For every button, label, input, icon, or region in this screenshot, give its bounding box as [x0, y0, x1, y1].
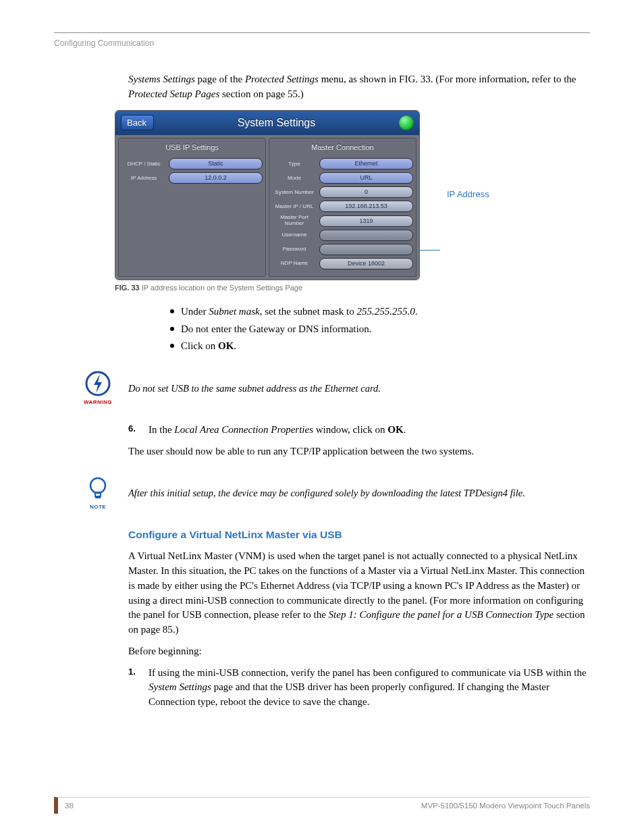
usb-col-head: USB IP Settings — [120, 141, 264, 157]
step6-c: . — [404, 424, 406, 435]
bullet-0-b: , set the subnet mask to — [260, 306, 357, 317]
intro-text-1: page of the — [195, 74, 245, 84]
type-label: Type — [272, 161, 317, 167]
step6-i: Local Area Connection Properties — [174, 424, 313, 435]
warning-badge: WARNING — [81, 370, 115, 407]
sysnum-value[interactable]: 0 — [319, 186, 413, 198]
ndp-label: NDP Name — [272, 261, 317, 267]
status-led-icon — [399, 115, 414, 130]
mode-label: Mode — [272, 176, 317, 182]
masterip-label: Master IP / URL — [272, 204, 317, 210]
panel-title-bar: Back System Settings — [115, 111, 419, 135]
vnm-heading: Configure a Virtual NetLinx Master via U… — [128, 527, 590, 542]
masterport-value[interactable]: 1319 — [319, 215, 413, 227]
system-settings-panel: Back System Settings USB IP Settings DHC… — [115, 110, 420, 281]
panel-title: System Settings — [154, 115, 399, 130]
footer-doc-title: MVP-5100/5150 Modero Viewpoint Touch Pan… — [421, 802, 590, 810]
callout-line-icon — [420, 250, 440, 251]
username-label: Username — [272, 232, 317, 238]
bullet-2-b: OK — [218, 340, 234, 351]
page-number: 38 — [65, 802, 74, 810]
mode-value[interactable]: URL — [319, 172, 413, 184]
bullet-2-a: Click on — [181, 340, 218, 351]
bullet-0-c: . — [415, 306, 418, 317]
note-badge: NOTE — [81, 475, 115, 511]
type-value[interactable]: Ethernet — [319, 158, 413, 170]
step6-bold: OK — [387, 424, 403, 435]
lightning-icon — [84, 370, 111, 397]
figure-caption: FIG. 33 IP address location on the Syste… — [115, 283, 590, 294]
bullet-2-c: . — [234, 340, 236, 351]
step-6-number: 6. — [128, 423, 140, 438]
bullet-0-i: Subnet mask — [209, 306, 259, 317]
intro-paragraph: Systems Settings page of the Protected S… — [128, 72, 590, 102]
after-step6-para: The user should now be able to run any T… — [128, 444, 590, 459]
note-label: NOTE — [81, 503, 115, 511]
ip-address-callout: IP Address — [447, 188, 489, 201]
dhcp-value[interactable]: Static — [169, 158, 263, 170]
figure-caption-text: IP address location on the System Settin… — [140, 284, 302, 292]
note-text: After this initial setup, the device may… — [128, 486, 525, 500]
dhcp-row: DHCP / Static Static — [120, 157, 264, 171]
bullet-0-a: Under — [181, 306, 209, 317]
vnm-i: Step 1: Configure the panel for a USB Co… — [329, 609, 554, 620]
usb-ip-settings-column: USB IP Settings DHCP / Static Static IP … — [118, 138, 266, 278]
bullet-icon — [170, 309, 174, 313]
sysnum-label: System Number — [272, 190, 317, 196]
password-value[interactable] — [319, 244, 413, 255]
step-6: 6. In the Local Area Connection Properti… — [128, 423, 590, 438]
svg-point-1 — [90, 478, 105, 493]
masterip-value[interactable]: 192.168.213.53 — [319, 201, 413, 212]
before-beginning: Before beginning: — [128, 644, 590, 659]
bullet-gateway: Do not enter the Gateway or DNS informat… — [170, 322, 590, 337]
step6-a: In the — [149, 424, 174, 435]
ipaddr-label: IP Address — [122, 176, 166, 182]
step-1-number: 1. — [128, 666, 140, 710]
step1-i: System Settings — [149, 681, 211, 692]
intro-italic-2: Protected Settings — [245, 74, 319, 84]
masterport-label: Master Port Number — [272, 215, 317, 227]
page-content: Systems Settings page of the Protected S… — [128, 72, 590, 710]
lightbulb-icon — [84, 475, 111, 502]
running-head: Configuring Communication — [54, 32, 590, 48]
bullet-ok: Click on OK. — [170, 339, 590, 354]
bullet-0-i2: 255.255.255.0 — [356, 306, 414, 317]
warning-text: Do not set USB to the same subnet addres… — [128, 382, 381, 396]
intro-italic-1: Systems Settings — [128, 74, 195, 84]
step-1: 1. If using the mini-USB connection, ver… — [128, 666, 590, 710]
bullet-1: Do not enter the Gateway or DNS informat… — [181, 322, 371, 337]
warning-callout: WARNING Do not set USB to the same subne… — [81, 370, 590, 407]
step1-a: If using the mini-USB connection, verify… — [149, 667, 587, 678]
bullet-icon — [170, 327, 174, 331]
svg-rect-2 — [95, 492, 101, 496]
intro-text-3: section on page 55.) — [219, 88, 304, 99]
bullet-subnet: Under Subnet mask, set the subnet mask t… — [170, 305, 590, 319]
step6-b: window, click on — [313, 424, 387, 435]
warning-label: WARNING — [81, 398, 115, 407]
ipaddr-row: IP Address 12.0.0.2 — [120, 171, 264, 185]
vnm-paragraph: A Virtual NetLinx Master (VNM) is used w… — [128, 549, 590, 637]
intro-italic-3: Protected Setup Pages — [128, 88, 219, 99]
master-col-head: Master Connection — [271, 141, 414, 157]
master-connection-column: Master Connection TypeEthernet ModeURL S… — [269, 138, 417, 278]
username-value[interactable] — [319, 230, 413, 241]
note-callout: NOTE After this initial setup, the devic… — [81, 475, 590, 511]
figure-wrap: Back System Settings USB IP Settings DHC… — [115, 110, 590, 281]
panel-body: USB IP Settings DHCP / Static Static IP … — [115, 135, 419, 280]
password-label: Password — [272, 246, 317, 253]
intro-text-2: menu, as shown in FIG. 33. (For more inf… — [319, 74, 576, 84]
dhcp-label: DHCP / Static — [122, 161, 166, 167]
page-footer: 38 MVP-5100/5150 Modero Viewpoint Touch … — [54, 797, 590, 814]
ipaddr-value[interactable]: 12.0.0.2 — [169, 172, 263, 184]
back-button[interactable]: Back — [121, 115, 154, 130]
ndp-value[interactable]: Device 18002 — [319, 258, 413, 269]
figure-label: FIG. 33 — [115, 284, 140, 292]
bullet-list: Under Subnet mask, set the subnet mask t… — [170, 305, 590, 354]
bullet-icon — [170, 344, 174, 348]
